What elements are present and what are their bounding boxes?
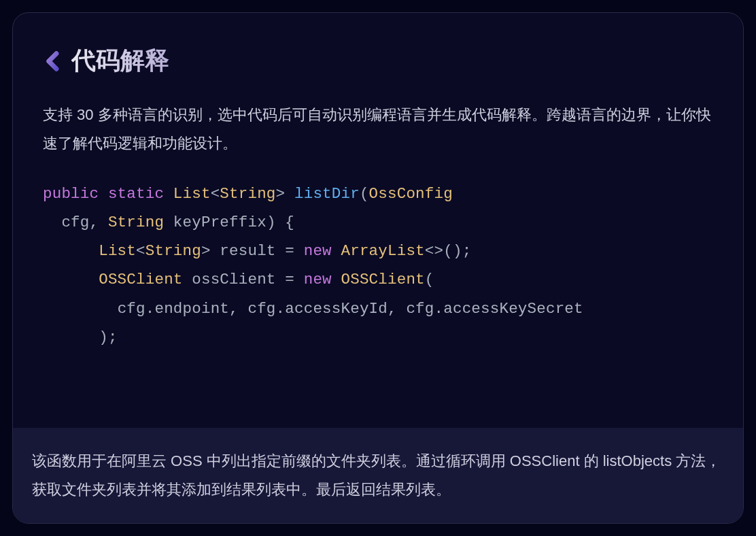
code-token <box>164 185 173 203</box>
code-token: keyPreffix <box>173 214 267 231</box>
code-token <box>183 271 192 288</box>
code-token: < <box>136 242 145 260</box>
code-token: ; <box>462 242 472 260</box>
code-token: ArrayList <box>341 242 425 260</box>
code-token <box>276 214 286 231</box>
code-token <box>43 242 99 260</box>
code-token: ) <box>267 214 276 231</box>
explanation-text: 该函数用于在阿里云 OSS 中列出指定前缀的文件夹列表。通过循环调用 OSSCl… <box>32 447 724 504</box>
code-token: , <box>229 300 247 318</box>
code-token <box>43 214 61 231</box>
code-token: List <box>173 185 211 203</box>
code-token: String <box>108 214 164 231</box>
code-token: static <box>108 185 164 203</box>
code-token: , <box>90 214 108 231</box>
feature-card: 代码解释 支持 30 多种语言的识别，选中代码后可自动识别编程语言并生成代码解释… <box>12 12 744 524</box>
code-token: cfg.accessKeySecret <box>406 300 583 318</box>
code-token: < <box>211 185 220 203</box>
code-token <box>285 185 294 203</box>
code-token: String <box>145 242 201 260</box>
code-token: = <box>285 271 294 288</box>
code-block: public static List<String> listDir(OssCo… <box>43 180 713 426</box>
code-token: OssConfig <box>369 185 453 203</box>
code-token: String <box>220 185 275 203</box>
code-token <box>276 271 286 288</box>
card-title: 代码解释 <box>71 44 169 78</box>
code-token: ossClient <box>192 271 275 288</box>
code-token: { <box>285 214 294 231</box>
code-token: ( <box>360 185 369 203</box>
code-token: new <box>304 271 332 288</box>
code-token: cfg.accessKeyId <box>247 300 388 318</box>
card-description: 支持 30 多种语言的识别，选中代码后可自动识别编程语言并生成代码解释。跨越语言… <box>43 101 713 158</box>
code-token: () <box>443 242 462 260</box>
code-token <box>43 300 118 318</box>
code-token <box>294 242 304 260</box>
code-token: List <box>99 242 136 260</box>
code-token <box>43 271 99 288</box>
code-token: , <box>388 300 406 318</box>
code-token: > <box>201 242 211 260</box>
card-header: 代码解释 <box>43 44 713 78</box>
chevron-left-icon <box>43 51 63 71</box>
code-token: cfg <box>61 214 89 231</box>
code-token <box>43 329 99 346</box>
code-token: > <box>276 185 286 203</box>
code-token: cfg.endpoint <box>118 300 229 318</box>
code-token: result <box>220 242 275 260</box>
code-token: OSSClient <box>341 271 425 288</box>
code-token <box>164 214 173 231</box>
code-token: = <box>285 242 294 260</box>
code-token <box>332 271 341 288</box>
code-token <box>211 242 220 260</box>
code-token: listDir <box>294 185 360 203</box>
code-token: public <box>43 185 99 203</box>
code-token <box>332 242 341 260</box>
code-token <box>294 271 304 288</box>
code-token: ; <box>108 329 118 346</box>
code-token: ) <box>99 329 108 346</box>
code-token <box>99 185 108 203</box>
code-token: ( <box>425 271 434 288</box>
code-token <box>276 242 286 260</box>
code-token: new <box>304 242 332 260</box>
explanation-panel: 该函数用于在阿里云 OSS 中列出指定前缀的文件夹列表。通过循环调用 OSSCl… <box>13 428 743 523</box>
code-token: <> <box>425 242 443 260</box>
code-token: OSSClient <box>99 271 182 288</box>
